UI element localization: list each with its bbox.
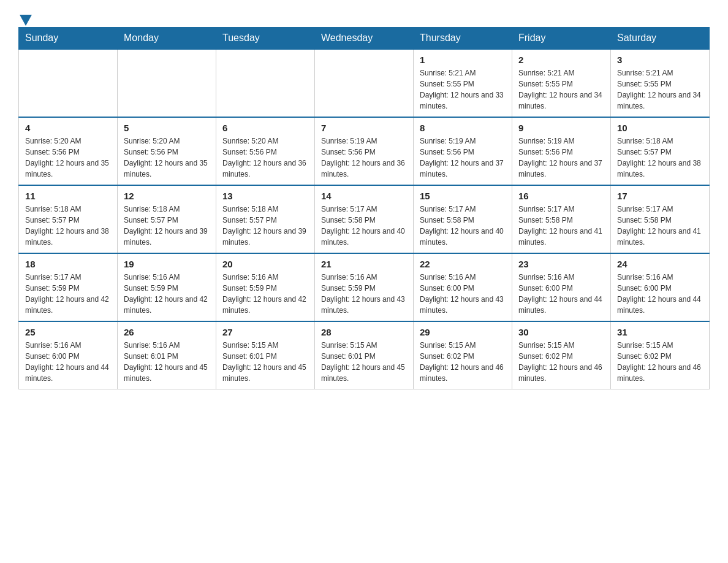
table-row: 7Sunrise: 5:19 AMSunset: 5:56 PMDaylight… — [315, 117, 414, 185]
calendar-header-row: Sunday Monday Tuesday Wednesday Thursday… — [19, 28, 710, 50]
table-row: 1Sunrise: 5:21 AMSunset: 5:55 PMDaylight… — [414, 49, 512, 117]
day-number: 27 — [222, 327, 308, 337]
day-number: 1 — [420, 55, 506, 65]
day-info: Sunrise: 5:21 AMSunset: 5:55 PMDaylight:… — [518, 67, 604, 112]
day-number: 9 — [518, 123, 604, 133]
day-number: 20 — [222, 259, 308, 269]
day-number: 11 — [25, 191, 111, 201]
day-number: 21 — [321, 259, 407, 269]
day-number: 24 — [617, 259, 703, 269]
day-number: 23 — [518, 259, 604, 269]
day-number: 3 — [617, 55, 703, 65]
day-info: Sunrise: 5:20 AMSunset: 5:56 PMDaylight:… — [25, 136, 111, 180]
calendar-week-row: 1Sunrise: 5:21 AMSunset: 5:55 PMDaylight… — [19, 49, 710, 117]
table-row: 4Sunrise: 5:20 AMSunset: 5:56 PMDaylight… — [19, 117, 118, 185]
table-row — [315, 49, 414, 117]
day-info: Sunrise: 5:15 AMSunset: 6:02 PMDaylight:… — [617, 340, 703, 384]
day-number: 2 — [518, 55, 604, 65]
day-info: Sunrise: 5:21 AMSunset: 5:55 PMDaylight:… — [420, 67, 506, 112]
calendar-week-row: 4Sunrise: 5:20 AMSunset: 5:56 PMDaylight… — [19, 117, 710, 185]
table-row: 21Sunrise: 5:16 AMSunset: 5:59 PMDayligh… — [315, 253, 414, 321]
day-info: Sunrise: 5:16 AMSunset: 6:00 PMDaylight:… — [25, 340, 111, 384]
day-number: 28 — [321, 327, 407, 337]
table-row: 16Sunrise: 5:17 AMSunset: 5:58 PMDayligh… — [512, 185, 611, 253]
calendar-week-row: 18Sunrise: 5:17 AMSunset: 5:59 PMDayligh… — [19, 253, 710, 321]
table-row: 11Sunrise: 5:18 AMSunset: 5:57 PMDayligh… — [19, 185, 118, 253]
col-sunday: Sunday — [19, 28, 118, 50]
day-info: Sunrise: 5:16 AMSunset: 5:59 PMDaylight:… — [321, 272, 407, 316]
table-row: 6Sunrise: 5:20 AMSunset: 5:56 PMDaylight… — [216, 117, 315, 185]
calendar-week-row: 11Sunrise: 5:18 AMSunset: 5:57 PMDayligh… — [19, 185, 710, 253]
day-number: 30 — [518, 327, 604, 337]
day-info: Sunrise: 5:17 AMSunset: 5:58 PMDaylight:… — [518, 204, 604, 248]
day-info: Sunrise: 5:20 AMSunset: 5:56 PMDaylight:… — [222, 136, 308, 180]
table-row: 29Sunrise: 5:15 AMSunset: 6:02 PMDayligh… — [414, 321, 512, 389]
table-row: 14Sunrise: 5:17 AMSunset: 5:58 PMDayligh… — [315, 185, 414, 253]
logo — [18, 12, 33, 21]
day-number: 26 — [124, 327, 210, 337]
table-row: 27Sunrise: 5:15 AMSunset: 6:01 PMDayligh… — [216, 321, 315, 389]
day-info: Sunrise: 5:16 AMSunset: 5:59 PMDaylight:… — [222, 272, 308, 316]
logo-triangle-icon — [20, 15, 32, 26]
day-number: 10 — [617, 123, 703, 133]
table-row: 18Sunrise: 5:17 AMSunset: 5:59 PMDayligh… — [19, 253, 118, 321]
table-row: 5Sunrise: 5:20 AMSunset: 5:56 PMDaylight… — [118, 117, 216, 185]
day-info: Sunrise: 5:16 AMSunset: 6:00 PMDaylight:… — [518, 272, 604, 316]
col-monday: Monday — [118, 28, 216, 50]
table-row — [216, 49, 315, 117]
day-number: 17 — [617, 191, 703, 201]
day-info: Sunrise: 5:21 AMSunset: 5:55 PMDaylight:… — [617, 67, 703, 112]
table-row: 24Sunrise: 5:16 AMSunset: 6:00 PMDayligh… — [611, 253, 710, 321]
day-info: Sunrise: 5:15 AMSunset: 6:02 PMDaylight:… — [518, 340, 604, 384]
col-thursday: Thursday — [414, 28, 512, 50]
table-row: 31Sunrise: 5:15 AMSunset: 6:02 PMDayligh… — [611, 321, 710, 389]
table-row: 20Sunrise: 5:16 AMSunset: 5:59 PMDayligh… — [216, 253, 315, 321]
table-row: 10Sunrise: 5:18 AMSunset: 5:57 PMDayligh… — [611, 117, 710, 185]
table-row: 12Sunrise: 5:18 AMSunset: 5:57 PMDayligh… — [118, 185, 216, 253]
day-info: Sunrise: 5:19 AMSunset: 5:56 PMDaylight:… — [420, 136, 506, 180]
table-row: 23Sunrise: 5:16 AMSunset: 6:00 PMDayligh… — [512, 253, 611, 321]
day-number: 19 — [124, 259, 210, 269]
day-info: Sunrise: 5:17 AMSunset: 5:58 PMDaylight:… — [321, 204, 407, 248]
day-info: Sunrise: 5:15 AMSunset: 6:01 PMDaylight:… — [222, 340, 308, 384]
day-info: Sunrise: 5:20 AMSunset: 5:56 PMDaylight:… — [124, 136, 210, 180]
day-info: Sunrise: 5:19 AMSunset: 5:56 PMDaylight:… — [518, 136, 604, 180]
day-number: 31 — [617, 327, 703, 337]
day-info: Sunrise: 5:19 AMSunset: 5:56 PMDaylight:… — [321, 136, 407, 180]
table-row: 19Sunrise: 5:16 AMSunset: 5:59 PMDayligh… — [118, 253, 216, 321]
day-number: 7 — [321, 123, 407, 133]
day-number: 12 — [124, 191, 210, 201]
day-info: Sunrise: 5:18 AMSunset: 5:57 PMDaylight:… — [617, 136, 703, 180]
day-number: 5 — [124, 123, 210, 133]
day-info: Sunrise: 5:15 AMSunset: 6:01 PMDaylight:… — [321, 340, 407, 384]
table-row: 8Sunrise: 5:19 AMSunset: 5:56 PMDaylight… — [414, 117, 512, 185]
day-info: Sunrise: 5:16 AMSunset: 6:00 PMDaylight:… — [617, 272, 703, 316]
day-number: 4 — [25, 123, 111, 133]
day-number: 25 — [25, 327, 111, 337]
table-row: 25Sunrise: 5:16 AMSunset: 6:00 PMDayligh… — [19, 321, 118, 389]
table-row — [19, 49, 118, 117]
table-row: 3Sunrise: 5:21 AMSunset: 5:55 PMDaylight… — [611, 49, 710, 117]
col-saturday: Saturday — [611, 28, 710, 50]
day-info: Sunrise: 5:17 AMSunset: 5:58 PMDaylight:… — [420, 204, 506, 248]
table-row: 26Sunrise: 5:16 AMSunset: 6:01 PMDayligh… — [118, 321, 216, 389]
day-number: 16 — [518, 191, 604, 201]
day-number: 8 — [420, 123, 506, 133]
day-info: Sunrise: 5:16 AMSunset: 5:59 PMDaylight:… — [124, 272, 210, 316]
table-row: 13Sunrise: 5:18 AMSunset: 5:57 PMDayligh… — [216, 185, 315, 253]
day-info: Sunrise: 5:17 AMSunset: 5:59 PMDaylight:… — [25, 272, 111, 316]
table-row: 30Sunrise: 5:15 AMSunset: 6:02 PMDayligh… — [512, 321, 611, 389]
day-info: Sunrise: 5:16 AMSunset: 6:00 PMDaylight:… — [420, 272, 506, 316]
day-number: 14 — [321, 191, 407, 201]
day-number: 6 — [222, 123, 308, 133]
day-number: 15 — [420, 191, 506, 201]
day-info: Sunrise: 5:17 AMSunset: 5:58 PMDaylight:… — [617, 204, 703, 248]
table-row: 17Sunrise: 5:17 AMSunset: 5:58 PMDayligh… — [611, 185, 710, 253]
calendar-week-row: 25Sunrise: 5:16 AMSunset: 6:00 PMDayligh… — [19, 321, 710, 389]
calendar-table: Sunday Monday Tuesday Wednesday Thursday… — [18, 27, 710, 389]
table-row — [118, 49, 216, 117]
day-number: 18 — [25, 259, 111, 269]
day-info: Sunrise: 5:18 AMSunset: 5:57 PMDaylight:… — [124, 204, 210, 248]
day-info: Sunrise: 5:15 AMSunset: 6:02 PMDaylight:… — [420, 340, 506, 384]
day-number: 29 — [420, 327, 506, 337]
